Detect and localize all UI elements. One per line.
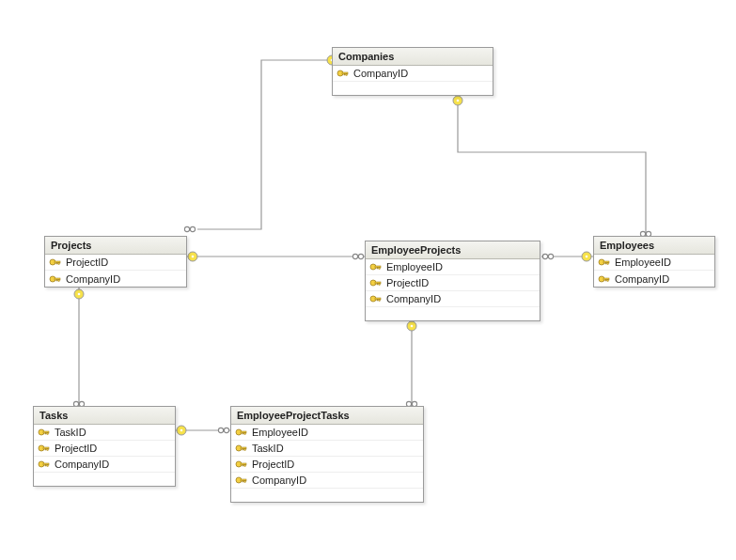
table-companies-title: Companies [333,48,493,66]
key-icon [235,443,248,454]
table-employeeprojects-title: EmployeeProjects [366,241,540,259]
table-employeeprojects[interactable]: EmployeeProjects EmployeeID ProjectID Co… [365,241,540,321]
table-row[interactable]: CompanyID [594,271,714,287]
table-row[interactable]: ProjectID [34,441,175,457]
table-row [34,473,175,486]
table-row[interactable]: ProjectID [366,275,540,291]
table-row[interactable]: EmployeeID [231,425,423,441]
table-companies[interactable]: Companies CompanyID [332,47,493,96]
table-row[interactable]: TaskID [34,425,175,441]
key-icon [598,273,611,285]
column-label: CompanyID [386,293,441,304]
table-tasks-title: Tasks [34,407,175,425]
column-label: ProjectID [386,277,429,288]
column-label: ProjectID [55,443,97,454]
table-row[interactable]: EmployeeID [366,259,540,275]
table-row[interactable]: CompanyID [231,473,423,489]
column-label: CompanyID [252,474,306,486]
table-row[interactable]: CompanyID [333,66,493,82]
column-label: CompanyID [66,273,120,285]
table-row [333,82,493,95]
table-row[interactable]: CompanyID [366,291,540,307]
table-row[interactable]: ProjectID [231,457,423,473]
table-projects[interactable]: Projects ProjectID CompanyID [44,236,187,288]
column-label: ProjectID [252,459,294,470]
key-icon [38,443,51,454]
table-row[interactable]: ProjectID [45,255,186,271]
column-label: CompanyID [353,68,408,79]
table-projects-title: Projects [45,237,186,255]
key-icon [598,257,611,268]
table-employeeprojecttasks[interactable]: EmployeeProjectTasks EmployeeID TaskID P… [230,406,424,503]
key-icon [369,277,383,288]
column-label: EmployeeID [615,257,671,268]
table-row [366,307,540,320]
column-label: ProjectID [66,257,108,268]
key-icon [235,427,248,438]
key-icon [369,293,383,304]
diagram-canvas: Companies CompanyID Projects ProjectID C… [0,0,736,560]
column-label: TaskID [252,443,284,454]
key-icon [235,459,248,470]
table-employeeprojecttasks-title: EmployeeProjectTasks [231,407,423,425]
column-label: EmployeeID [252,427,308,438]
table-row [231,489,423,502]
key-icon [49,257,62,268]
table-row[interactable]: EmployeeID [594,255,714,271]
table-employees[interactable]: Employees EmployeeID CompanyID [593,236,715,288]
column-label: CompanyID [55,459,109,470]
table-row[interactable]: TaskID [231,441,423,457]
table-tasks[interactable]: Tasks TaskID ProjectID CompanyID [33,406,176,487]
key-icon [38,459,51,470]
column-label: EmployeeID [386,261,443,272]
column-label: CompanyID [615,273,669,285]
key-icon [38,427,51,438]
key-icon [337,68,350,79]
key-icon [369,261,383,272]
table-employees-title: Employees [594,237,714,255]
key-icon [49,273,62,285]
table-row[interactable]: CompanyID [34,457,175,473]
column-label: TaskID [55,427,86,438]
key-icon [235,474,248,486]
table-row[interactable]: CompanyID [45,271,186,287]
